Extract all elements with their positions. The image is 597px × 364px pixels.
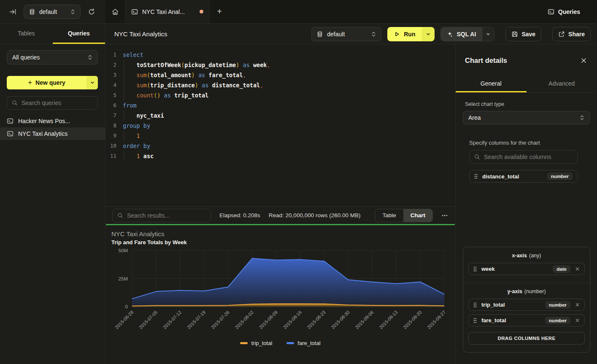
drag-handle-icon[interactable] [473, 318, 477, 323]
save-label: Save [521, 31, 535, 38]
queries-filter-select[interactable]: All queries [7, 50, 98, 65]
results-search[interactable] [112, 209, 211, 222]
queries-search-input[interactable] [22, 100, 93, 106]
query-title: NYC Taxi Analytics [114, 30, 167, 38]
drag-handle-icon[interactable] [473, 267, 477, 272]
remove-column-icon[interactable] [575, 302, 580, 307]
legend-item-trip_total[interactable]: trip_total [240, 340, 272, 346]
panel-tab-advanced[interactable]: Advanced [527, 76, 597, 92]
svg-text:2015-09-06: 2015-09-06 [354, 310, 374, 330]
svg-text:25M: 25M [119, 276, 128, 281]
new-tab-button[interactable]: + [210, 0, 229, 23]
sql-line: 8group by [106, 121, 455, 131]
chart-title: NYC Taxi Analytics [111, 230, 165, 237]
line-number: 1 [106, 50, 116, 60]
tab-nyc-taxi-analytics[interactable]: NYC Taxi Anal... [125, 0, 210, 23]
new-query-dropdown[interactable] [86, 76, 98, 89]
close-icon[interactable] [581, 57, 587, 64]
refresh-icon[interactable] [88, 8, 95, 16]
area-chart: 025M50M2015-06-282015-07-052015-07-12201… [106, 247, 455, 338]
sidebar-tab-tables[interactable]: Tables [0, 24, 53, 44]
query-list: Hacker News Pos...NYC Taxi Analytics [0, 115, 105, 140]
view-tab-table[interactable]: Table [375, 209, 403, 222]
run-database-selector[interactable]: default [311, 27, 381, 41]
panel-tab-general[interactable]: General [456, 76, 527, 92]
sql-line: 9 1 [106, 131, 455, 141]
queries-icon [548, 8, 554, 15]
svg-text:2015-09-13: 2015-09-13 [378, 310, 398, 330]
svg-text:2015-08-02: 2015-08-02 [234, 310, 254, 330]
database-icon [317, 31, 323, 37]
column-chip-trip_total[interactable]: trip_totalnumber [468, 299, 585, 311]
column-chip-week[interactable]: weekdate [468, 263, 585, 275]
column-name: week [481, 266, 548, 272]
remove-column-icon[interactable] [575, 267, 580, 271]
sql-line: 3 sum(total_amount) as fare_total, [106, 70, 455, 80]
column-name: fare_total [481, 317, 540, 324]
drop-zone[interactable]: DRAG COLUMNS HERE [468, 332, 585, 345]
panel-tabs: General Advanced [456, 76, 597, 93]
run-button[interactable]: Run [387, 27, 422, 41]
results-toolbar: Elapsed: 0.208s Read: 20,000,000 rows (2… [106, 206, 455, 224]
database-selector-value: default [39, 8, 66, 15]
x-axis-section: x-axis(any) weekdate [463, 247, 590, 283]
results-search-input[interactable] [127, 212, 206, 219]
sidebar-tab-queries[interactable]: Queries [53, 24, 105, 44]
more-options-icon[interactable] [441, 212, 448, 219]
run-label: Run [404, 31, 415, 38]
chart-subtitle: Trip and Fare Totals by Week [111, 239, 187, 245]
column-chip-fare_total[interactable]: fare_totalnumber [468, 314, 585, 326]
query-list-item[interactable]: Hacker News Pos... [0, 115, 105, 127]
legend-item-fare_total[interactable]: fare_total [286, 340, 320, 346]
view-toggle: Table Chart [375, 209, 433, 222]
svg-text:2015-07-05: 2015-07-05 [138, 310, 158, 330]
run-options-dropdown[interactable] [422, 27, 435, 41]
line-number: 2 [106, 60, 116, 70]
svg-text:50M: 50M [119, 248, 128, 253]
updown-chevron-icon [371, 31, 376, 37]
home-tab[interactable] [105, 0, 125, 23]
y-axis-header: y-axis(number) [468, 289, 585, 294]
chart-type-select[interactable]: Area [463, 111, 590, 124]
search-icon [474, 154, 480, 160]
sql-ai-button[interactable]: SQL AI [441, 27, 482, 41]
updown-chevron-icon [580, 115, 584, 121]
legend-marker [286, 342, 294, 344]
queries-label: Queries [558, 8, 580, 15]
queries-menu-button[interactable]: Queries [548, 0, 597, 23]
svg-text:2015-07-26: 2015-07-26 [210, 310, 230, 330]
remove-column-icon[interactable] [575, 318, 580, 323]
available-columns-list: distance_totalnumber [469, 170, 578, 183]
share-label: Share [568, 31, 585, 38]
svg-text:2015-08-09: 2015-08-09 [258, 310, 278, 330]
share-button[interactable]: Share [552, 27, 591, 41]
columns-search[interactable] [469, 150, 578, 164]
save-icon [511, 31, 518, 38]
column-chip-distance_total[interactable]: distance_totalnumber [469, 170, 578, 183]
save-button[interactable]: Save [505, 27, 541, 41]
sql-ai-dropdown[interactable] [482, 27, 494, 41]
database-selector[interactable]: default [24, 5, 81, 19]
chart-legend: trip_totalfare_total [106, 340, 455, 346]
collapse-sidebar-icon[interactable] [9, 8, 16, 16]
queries-search[interactable] [7, 96, 98, 110]
sql-editor[interactable]: 1select2 toStartOfWeek(pickup_datetime) … [106, 45, 455, 206]
new-query-button[interactable]: +New query [7, 76, 98, 89]
view-tab-chart[interactable]: Chart [403, 209, 432, 222]
drag-handle-icon[interactable] [474, 174, 478, 179]
query-list-item[interactable]: NYC Taxi Analytics [0, 127, 105, 140]
drag-handle-icon[interactable] [473, 302, 477, 307]
run-database-value: default [327, 31, 367, 38]
line-number: 9 [106, 131, 116, 141]
sql-line: 4 sum(trip_distance) as distance_total, [106, 80, 455, 90]
query-header: NYC Taxi Analytics default Run [106, 24, 597, 44]
column-type-badge: number [545, 301, 570, 309]
line-number: 5 [106, 90, 116, 100]
y-axis-chips: trip_totalnumberfare_totalnumber [468, 299, 585, 326]
chart-details-panel: Chart details General Advanced Select ch… [455, 45, 597, 364]
columns-search-input[interactable] [484, 154, 573, 160]
line-number: 11 [106, 151, 116, 161]
sql-line: 6from [106, 100, 455, 111]
svg-text:2015-06-28: 2015-06-28 [114, 310, 134, 330]
new-query-label: New query [35, 79, 65, 86]
